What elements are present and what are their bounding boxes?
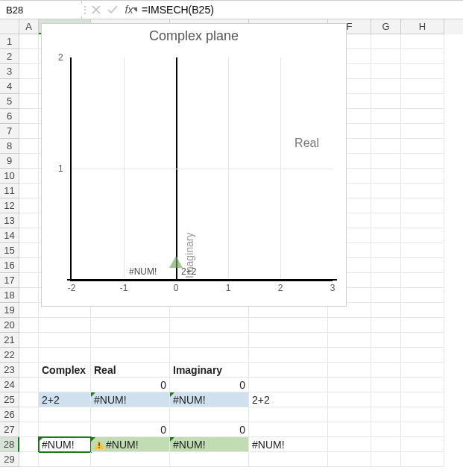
row-header-4[interactable]: 4 [0, 79, 19, 94]
cell-H18[interactable] [401, 288, 444, 303]
formula-input[interactable] [137, 1, 463, 19]
cell-G9[interactable] [371, 154, 401, 169]
col-header-G[interactable]: G [371, 19, 401, 34]
row-header-25[interactable]: 25 [0, 392, 19, 407]
cell-B22[interactable] [39, 348, 91, 363]
cell-H15[interactable] [401, 243, 444, 258]
cell-C20[interactable] [91, 318, 170, 333]
cell-A26[interactable] [19, 407, 39, 422]
cell-H23[interactable] [401, 363, 444, 378]
cell-F23[interactable] [328, 363, 371, 378]
col-header-A[interactable]: A [19, 19, 39, 34]
cell-A23[interactable] [19, 363, 39, 378]
cell-C23[interactable]: Real [91, 363, 170, 378]
cell-G19[interactable] [371, 303, 401, 318]
accept-formula-icon[interactable] [104, 1, 121, 19]
row-header-9[interactable]: 9 [0, 154, 19, 169]
cell-F25[interactable] [328, 392, 371, 407]
row-header-2[interactable]: 2 [0, 49, 19, 64]
cell-A16[interactable] [19, 258, 39, 273]
name-box[interactable] [0, 1, 82, 19]
row-header-3[interactable]: 3 [0, 64, 19, 79]
cell-A12[interactable] [19, 198, 39, 213]
cell-G11[interactable] [371, 184, 401, 198]
cell-F20[interactable] [328, 318, 371, 333]
row-header-24[interactable]: 24 [0, 378, 19, 392]
cell-H1[interactable] [401, 34, 444, 49]
cell-D28[interactable]: #NUM! [170, 437, 249, 452]
cell-G25[interactable] [371, 392, 401, 407]
cell-H22[interactable] [401, 348, 444, 363]
cell-A3[interactable] [19, 64, 39, 79]
cell-A11[interactable] [19, 184, 39, 198]
row-header-7[interactable]: 7 [0, 124, 19, 139]
cell-A14[interactable] [19, 228, 39, 243]
cell-E28[interactable]: #NUM! [249, 437, 328, 452]
cell-H8[interactable] [401, 139, 444, 154]
row-header-12[interactable]: 12 [0, 198, 19, 213]
cell-D25[interactable]: #NUM! [170, 392, 249, 407]
cell-H10[interactable] [401, 169, 444, 184]
cell-E29[interactable] [249, 452, 328, 467]
cell-D22[interactable] [170, 348, 249, 363]
row-header-10[interactable]: 10 [0, 169, 19, 184]
cell-B23[interactable]: Complex [39, 363, 91, 378]
cell-G21[interactable] [371, 333, 401, 348]
cell-A6[interactable] [19, 109, 39, 124]
cell-H3[interactable] [401, 64, 444, 79]
cell-A7[interactable] [19, 124, 39, 139]
cell-H7[interactable] [401, 124, 444, 139]
cell-G29[interactable] [371, 452, 401, 467]
cell-H20[interactable] [401, 318, 444, 333]
row-header-14[interactable]: 14 [0, 228, 19, 243]
cell-D26[interactable] [170, 407, 249, 422]
cell-C28[interactable]: #NUM! [91, 437, 170, 452]
cell-G18[interactable] [371, 288, 401, 303]
row-header-11[interactable]: 11 [0, 184, 19, 198]
row-header-26[interactable]: 26 [0, 407, 19, 422]
cell-G12[interactable] [371, 198, 401, 213]
error-warning-icon[interactable] [94, 438, 104, 447]
cell-D21[interactable] [170, 333, 249, 348]
cell-G28[interactable] [371, 437, 401, 452]
insert-function-icon[interactable]: fx [121, 1, 137, 19]
cell-A21[interactable] [19, 333, 39, 348]
cell-A27[interactable] [19, 422, 39, 437]
cell-H16[interactable] [401, 258, 444, 273]
cell-H14[interactable] [401, 228, 444, 243]
cell-F22[interactable] [328, 348, 371, 363]
cell-A28[interactable] [19, 437, 39, 452]
row-header-18[interactable]: 18 [0, 288, 19, 303]
cell-H11[interactable] [401, 184, 444, 198]
cell-H19[interactable] [401, 303, 444, 318]
row-header-20[interactable]: 20 [0, 318, 19, 333]
cell-F24[interactable] [328, 378, 371, 392]
row-header-8[interactable]: 8 [0, 139, 19, 154]
cell-E24[interactable] [249, 378, 328, 392]
cell-B20[interactable] [39, 318, 91, 333]
cell-H26[interactable] [401, 407, 444, 422]
cell-F29[interactable] [328, 452, 371, 467]
cell-G20[interactable] [371, 318, 401, 333]
cell-A5[interactable] [19, 94, 39, 109]
cell-H2[interactable] [401, 49, 444, 64]
cell-H13[interactable] [401, 213, 444, 228]
cell-G13[interactable] [371, 213, 401, 228]
cell-A2[interactable] [19, 49, 39, 64]
cell-C21[interactable] [91, 333, 170, 348]
row-header-6[interactable]: 6 [0, 109, 19, 124]
cell-C27[interactable]: 0 [91, 422, 170, 437]
cell-D29[interactable] [170, 452, 249, 467]
cell-G6[interactable] [371, 109, 401, 124]
cell-G10[interactable] [371, 169, 401, 184]
cell-H21[interactable] [401, 333, 444, 348]
cell-H6[interactable] [401, 109, 444, 124]
row-header-15[interactable]: 15 [0, 243, 19, 258]
cell-D20[interactable] [170, 318, 249, 333]
row-header-23[interactable]: 23 [0, 363, 19, 378]
cell-G24[interactable] [371, 378, 401, 392]
cell-C26[interactable] [91, 407, 170, 422]
cell-A4[interactable] [19, 79, 39, 94]
cell-G14[interactable] [371, 228, 401, 243]
cell-H25[interactable] [401, 392, 444, 407]
